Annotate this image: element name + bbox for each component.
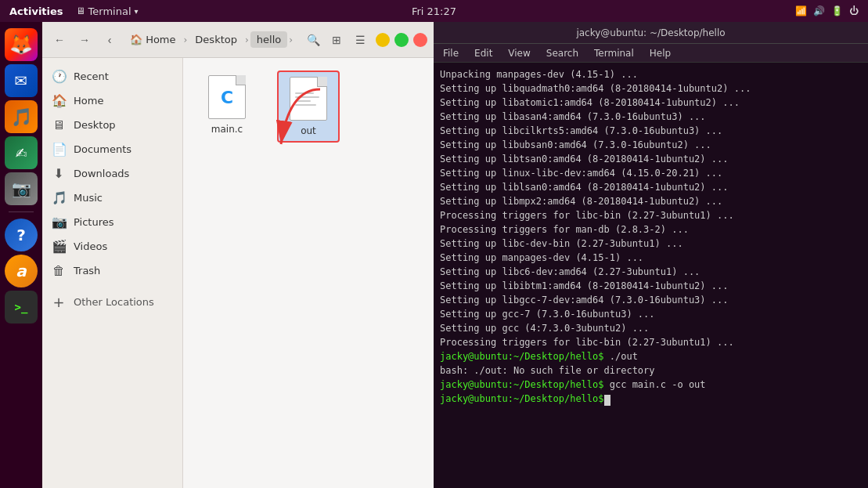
terminal-output-line: Setting up libibtm1:amd64 (8-20180414-1u… [440, 279, 862, 293]
terminal-output-line: Setting up manpages-dev (4.15-1) ... [440, 251, 862, 265]
firefox-dock-icon[interactable]: 🦊 [5, 28, 38, 61]
terminal-menu-search[interactable]: Search [543, 48, 582, 59]
help-dock-icon[interactable]: ? [5, 219, 38, 251]
terminal-menubar: File Edit View Search Terminal Help [434, 44, 868, 63]
volume-icon[interactable]: 🔊 [813, 5, 825, 16]
terminal-output-line: Setting up libatomic1:amd64 (8-20180414-… [440, 96, 862, 110]
camera-icon: 📷 [12, 179, 31, 198]
downloads-icon: ⬇ [52, 166, 66, 181]
back-alt-button[interactable]: ‹ [99, 29, 121, 51]
sidebar: 🕐 Recent 🏠 Home 🖥 Desktop 📄 Documents ⬇ [42, 58, 183, 488]
terminal-screen-icon: 🖥 [76, 5, 85, 16]
sidebar-item-desktop[interactable]: 🖥 Desktop [42, 113, 182, 137]
terminal-output-line: Setting up libc-dev-bin (2.27-3ubuntu1) … [440, 237, 862, 251]
help-icon: ? [16, 226, 26, 244]
terminal-label[interactable]: Terminal [88, 5, 131, 17]
activities-button[interactable]: Activities [9, 5, 63, 17]
terminal-output-line: Processing triggers for man-db (2.8.3-2)… [440, 222, 862, 237]
terminal-output-line: Setting up libubsan0:amd64 (7.3.0-16ubun… [440, 138, 862, 152]
sidebar-item-documents[interactable]: 📄 Documents [42, 137, 182, 161]
file-item-out[interactable]: out [277, 70, 340, 143]
forward-button[interactable]: → [74, 29, 95, 51]
libreoffice-icon: ✍ [15, 145, 27, 161]
txt-line-3 [295, 100, 311, 102]
breadcrumb-hello[interactable]: hello [250, 31, 287, 48]
home-sidebar-icon: 🏠 [52, 93, 66, 108]
maximize-button[interactable] [394, 33, 409, 47]
documents-icon: 📄 [52, 142, 66, 157]
sidebar-item-trash[interactable]: 🗑 Trash [42, 258, 182, 283]
amazon-dock-icon[interactable]: a [5, 255, 38, 287]
rhythmbox-dock-icon[interactable]: 🎵 [5, 100, 38, 133]
close-button[interactable] [413, 33, 427, 47]
terminal-output-line: Processing triggers for libc-bin (2.27-3… [440, 208, 862, 222]
fm-body: 🕐 Recent 🏠 Home 🖥 Desktop 📄 Documents ⬇ [42, 58, 434, 488]
back-button[interactable]: ← [49, 29, 70, 51]
sidebar-label-other-locations: Other Locations [74, 296, 154, 308]
other-locations-icon: + [52, 294, 66, 310]
firefox-icon: 🦊 [9, 34, 33, 56]
trash-icon: 🗑 [52, 263, 66, 278]
file-item-main-c[interactable]: C main.c [196, 70, 258, 139]
search-button[interactable]: 🔍 [302, 29, 324, 51]
terminal-dock-icon[interactable]: >_ [5, 291, 38, 324]
sidebar-label-trash: Trash [74, 265, 100, 277]
terminal-menu-terminal[interactable]: Terminal [591, 48, 637, 59]
menu-button[interactable]: ☰ [349, 29, 371, 51]
battery-icon[interactable]: 🔋 [831, 5, 843, 16]
sidebar-label-pictures: Pictures [74, 216, 113, 228]
file-label-main-c: main.c [211, 124, 243, 135]
pictures-icon: 📷 [52, 215, 66, 230]
terminal-cursor [604, 395, 610, 406]
breadcrumb-home[interactable]: 🏠 Home [124, 31, 182, 48]
music-icon: 🎵 [52, 190, 66, 205]
desktop-icon: 🖥 [52, 117, 66, 132]
terminal-output-line: Processing triggers for libc-bin (2.27-3… [440, 335, 862, 349]
camera-dock-icon[interactable]: 📷 [5, 172, 38, 205]
view-options-button[interactable]: ⊞ [326, 29, 348, 51]
terminal-prompt-text-2: jacky@ubuntu:~/Desktop/hello$ [440, 379, 604, 390]
breadcrumb-desktop[interactable]: Desktop [189, 31, 243, 48]
terminal-indicator: 🖥 Terminal ▾ [76, 5, 139, 17]
terminal-output-line: Setting up libgcc-7-dev:amd64 (7.3.0-16u… [440, 293, 862, 307]
terminal-menu-edit[interactable]: Edit [471, 48, 495, 59]
terminal-menu-view[interactable]: View [505, 48, 533, 59]
txt-line-4 [295, 104, 316, 106]
breadcrumb-sep-1: › [184, 34, 188, 45]
videos-icon: 🎬 [52, 239, 66, 254]
file-area: C main.c out [183, 58, 434, 488]
sidebar-item-videos[interactable]: 🎬 Videos [42, 234, 182, 258]
terminal-body[interactable]: Unpacking manpages-dev (4.15-1) ...Setti… [434, 63, 868, 488]
sidebar-item-other-locations[interactable]: + Other Locations [42, 289, 182, 315]
home-icon: 🏠 [130, 34, 142, 45]
sidebar-label-documents: Documents [74, 143, 131, 155]
sidebar-item-recent[interactable]: 🕐 Recent [42, 64, 182, 89]
terminal-window: jacky@ubuntu: ~/Desktop/hello File Edit … [434, 22, 868, 488]
terminal-prompt-text-3: jacky@ubuntu:~/Desktop/hello$ [440, 393, 604, 404]
sidebar-label-desktop: Desktop [74, 119, 116, 131]
file-label-out: out [301, 125, 316, 136]
fm-toolbar-right: 🔍 ⊞ ☰ [302, 29, 427, 51]
thunderbird-dock-icon[interactable]: ✉ [5, 64, 38, 97]
sidebar-label-music: Music [74, 192, 103, 204]
terminal-prompt-line-2: jacky@ubuntu:~/Desktop/hello$ gcc main.c… [440, 378, 862, 392]
terminal-output-line: Setting up gcc-7 (7.3.0-16ubuntu3) ... [440, 307, 862, 321]
terminal-menu-help[interactable]: Help [646, 48, 674, 59]
libreoffice-dock-icon[interactable]: ✍ [5, 136, 38, 169]
thunderbird-icon: ✉ [15, 71, 28, 90]
breadcrumb-sep-2: › [245, 34, 249, 45]
sidebar-item-home[interactable]: 🏠 Home [42, 89, 182, 113]
dock-separator [9, 211, 34, 212]
top-bar: Activities 🖥 Terminal ▾ Fri 21:27 📶 🔊 🔋 … [0, 0, 868, 22]
sidebar-item-downloads[interactable]: ⬇ Downloads [42, 161, 182, 186]
terminal-output-line: Setting up libtsan0:amd64 (8-20180414-1u… [440, 152, 862, 166]
minimize-button[interactable] [376, 33, 390, 47]
sidebar-item-music[interactable]: 🎵 Music [42, 186, 182, 210]
main-layout: 🦊 ✉ 🎵 ✍ 📷 ? a >_ ← → ‹ [0, 22, 868, 488]
chevron-down-icon[interactable]: ▾ [135, 7, 139, 16]
terminal-menu-file[interactable]: File [440, 48, 462, 59]
system-menu-icon[interactable]: ⏻ [849, 5, 859, 16]
sidebar-item-pictures[interactable]: 📷 Pictures [42, 210, 182, 234]
network-icon[interactable]: 📶 [795, 5, 807, 16]
terminal-prompt-icon: >_ [15, 301, 28, 313]
